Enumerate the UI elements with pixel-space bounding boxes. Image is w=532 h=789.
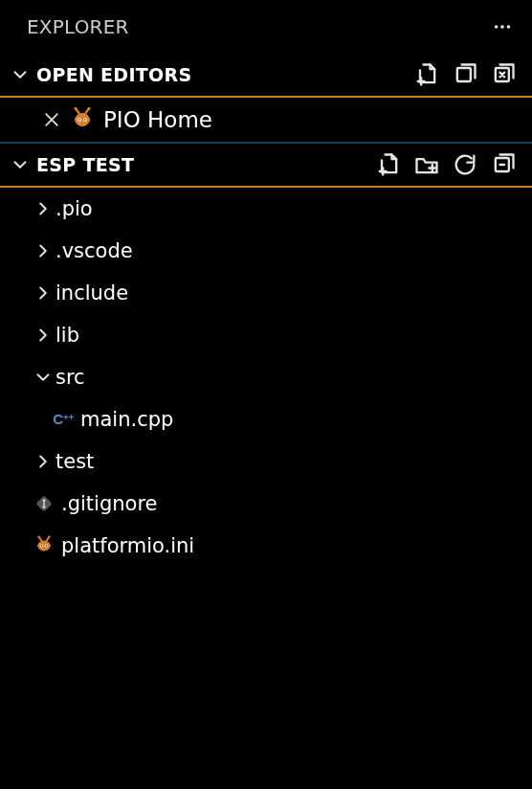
chevron-right-icon <box>31 451 55 472</box>
open-editor-label: PIO Home <box>103 107 212 132</box>
open-editors-title: OPEN EDITORS <box>36 64 191 85</box>
folder-row[interactable]: test <box>0 440 532 483</box>
panel-menu-icon[interactable] <box>492 16 521 37</box>
chevron-right-icon <box>31 198 55 219</box>
cpp-file-icon: C++ <box>50 407 77 432</box>
folder-row[interactable]: include <box>0 272 532 314</box>
project-actions <box>375 151 522 178</box>
new-file-icon[interactable] <box>413 61 440 88</box>
svg-text:++: ++ <box>63 412 75 422</box>
svg-point-7 <box>78 119 80 121</box>
close-icon[interactable] <box>42 110 61 129</box>
tree-item-label: .pio <box>55 197 93 220</box>
file-row[interactable]: platformio.ini <box>0 525 532 567</box>
svg-point-22 <box>48 535 50 537</box>
svg-point-19 <box>41 545 42 546</box>
folder-row[interactable]: .pio <box>0 188 532 230</box>
new-file-icon[interactable] <box>375 151 402 178</box>
tree-item-label: platformio.ini <box>61 534 194 557</box>
collapse-all-icon[interactable] <box>490 151 517 178</box>
tree-item-label: .gitignore <box>61 492 158 515</box>
panel-title: EXPLORER <box>27 15 129 38</box>
panel-header: EXPLORER <box>0 0 532 54</box>
project-header[interactable]: ESP TEST <box>0 144 532 186</box>
svg-point-10 <box>87 107 90 110</box>
refresh-icon[interactable] <box>452 151 478 178</box>
divider <box>0 142 532 144</box>
file-row[interactable]: .gitignore <box>0 483 532 525</box>
svg-point-20 <box>46 545 47 546</box>
file-tree: .pio.vscodeincludelibsrcC++main.cpptest.… <box>0 188 532 567</box>
tree-item-label: src <box>55 366 85 389</box>
tree-item-label: .vscode <box>55 239 133 262</box>
folder-row[interactable]: lib <box>0 314 532 356</box>
open-editor-tab[interactable]: PIO Home <box>0 98 532 142</box>
git-file-icon <box>31 492 57 515</box>
tree-item-label: main.cpp <box>80 408 173 431</box>
save-all-icon[interactable] <box>452 61 478 88</box>
folder-row[interactable]: .vscode <box>0 230 532 272</box>
file-row[interactable]: C++main.cpp <box>0 398 532 440</box>
chevron-right-icon <box>31 325 55 346</box>
tree-item-label: lib <box>55 324 79 347</box>
pio-icon <box>69 106 96 133</box>
project-header-left: ESP TEST <box>10 154 134 175</box>
folder-row[interactable]: src <box>0 356 532 398</box>
open-editors-header[interactable]: OPEN EDITORS <box>0 54 532 96</box>
svg-point-1 <box>500 25 504 29</box>
tree-item-label: test <box>55 450 94 473</box>
svg-text:C: C <box>53 411 63 427</box>
svg-point-2 <box>507 25 511 29</box>
svg-rect-3 <box>457 68 471 81</box>
svg-point-0 <box>495 25 499 29</box>
svg-point-9 <box>74 107 77 110</box>
open-editors-actions <box>413 61 522 88</box>
svg-point-21 <box>37 535 39 537</box>
chevron-right-icon <box>31 240 55 261</box>
pio-file-icon <box>31 533 57 558</box>
project-title: ESP TEST <box>36 154 134 175</box>
chevron-down-icon <box>10 154 31 175</box>
chevron-right-icon <box>31 282 55 304</box>
tree-item-label: include <box>55 282 128 304</box>
svg-point-8 <box>84 119 86 121</box>
chevron-down-icon <box>10 64 31 85</box>
chevron-down-icon <box>31 367 55 388</box>
open-editors-header-left: OPEN EDITORS <box>10 64 191 85</box>
new-folder-icon[interactable] <box>413 151 440 178</box>
close-all-icon[interactable] <box>490 61 517 88</box>
